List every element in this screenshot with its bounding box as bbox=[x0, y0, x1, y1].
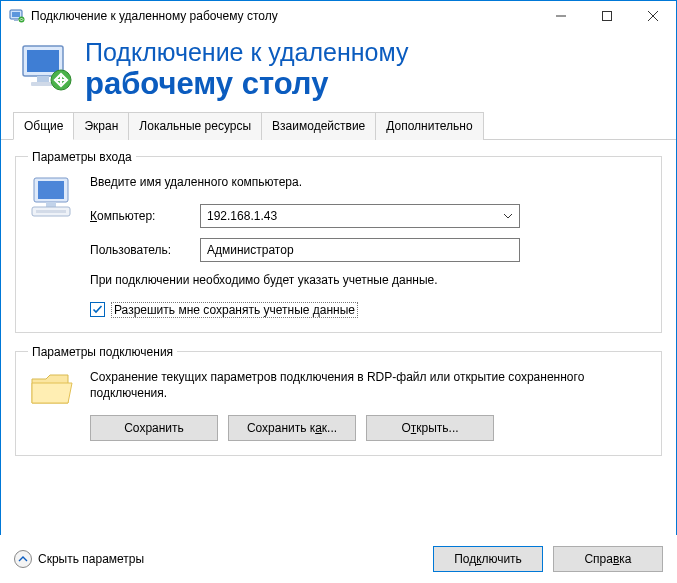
tab-general[interactable]: Общие bbox=[13, 112, 74, 140]
tab-display[interactable]: Экран bbox=[73, 112, 129, 140]
folder-icon bbox=[28, 369, 84, 414]
hide-params-link[interactable]: Скрыть параметры bbox=[38, 552, 144, 566]
save-button[interactable]: Сохранить bbox=[90, 415, 218, 441]
login-note: При подключении необходимо будет указать… bbox=[90, 272, 649, 288]
rdp-icon bbox=[19, 42, 75, 97]
chevron-down-icon bbox=[501, 210, 515, 221]
user-value: Администратор bbox=[207, 243, 294, 257]
save-credentials-label: Разрешить мне сохранять учетные данные bbox=[111, 302, 358, 318]
header: Подключение к удаленному рабочему столу bbox=[1, 31, 676, 111]
save-as-button[interactable]: Сохранить как... bbox=[228, 415, 356, 441]
help-button[interactable]: Справка bbox=[553, 546, 663, 572]
computer-icon bbox=[28, 174, 84, 225]
tab-advanced[interactable]: Дополнительно bbox=[375, 112, 483, 140]
maximize-button[interactable] bbox=[584, 1, 630, 31]
svg-rect-10 bbox=[37, 76, 49, 82]
tab-experience[interactable]: Взаимодействие bbox=[261, 112, 376, 140]
connection-legend: Параметры подключения bbox=[28, 345, 177, 359]
user-field[interactable]: Администратор bbox=[200, 238, 520, 262]
header-line1: Подключение к удаленному bbox=[85, 39, 409, 67]
svg-rect-9 bbox=[27, 50, 59, 72]
connection-parameters-group: Параметры подключения Сохранение текущих… bbox=[15, 345, 662, 456]
tabs: Общие Экран Локальные ресурсы Взаимодейс… bbox=[1, 111, 676, 140]
svg-rect-15 bbox=[38, 181, 64, 199]
titlebar: Подключение к удаленному рабочему столу bbox=[1, 1, 676, 31]
login-legend: Параметры входа bbox=[28, 150, 136, 164]
tab-local[interactable]: Локальные ресурсы bbox=[128, 112, 262, 140]
svg-rect-18 bbox=[36, 210, 66, 213]
tab-body: Параметры входа Введите имя удаленного к… bbox=[1, 140, 676, 457]
user-label: Пользователь: bbox=[90, 243, 200, 257]
save-credentials-row[interactable]: Разрешить мне сохранять учетные данные bbox=[90, 302, 649, 318]
login-parameters-group: Параметры входа Введите имя удаленного к… bbox=[15, 150, 662, 333]
svg-rect-1 bbox=[12, 12, 20, 17]
save-credentials-checkbox[interactable] bbox=[90, 302, 105, 317]
svg-point-3 bbox=[19, 17, 25, 23]
close-button[interactable] bbox=[630, 1, 676, 31]
svg-rect-16 bbox=[46, 202, 56, 207]
svg-rect-5 bbox=[603, 12, 612, 21]
computer-combobox[interactable]: 192.168.1.43 bbox=[200, 204, 520, 228]
minimize-button[interactable] bbox=[538, 1, 584, 31]
collapse-button[interactable] bbox=[14, 550, 32, 568]
footer: Скрыть параметры Подключить Справка bbox=[0, 535, 677, 583]
open-button[interactable]: Открыть... bbox=[366, 415, 494, 441]
header-line2: рабочему столу bbox=[85, 67, 409, 101]
computer-label: Компьютер: bbox=[90, 209, 200, 223]
window-title: Подключение к удаленному рабочему столу bbox=[31, 9, 538, 23]
svg-rect-2 bbox=[14, 19, 18, 21]
login-intro: Введите имя удаленного компьютера. bbox=[90, 174, 649, 190]
app-icon bbox=[9, 8, 25, 24]
connect-button[interactable]: Подключить bbox=[433, 546, 543, 572]
header-text: Подключение к удаленному рабочему столу bbox=[85, 39, 409, 101]
computer-value: 192.168.1.43 bbox=[207, 209, 501, 223]
connection-desc: Сохранение текущих параметров подключени… bbox=[90, 369, 649, 401]
